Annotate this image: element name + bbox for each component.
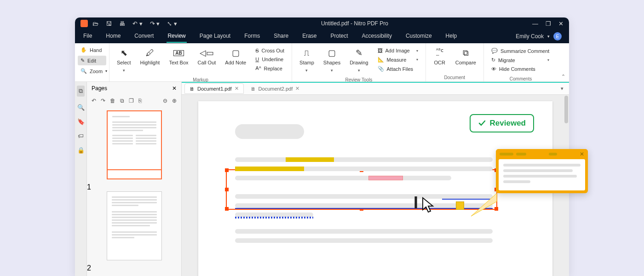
window-title: Untitled.pdf - Nitro PDF Pro [177,20,532,27]
pointer-icon[interactable]: ⤡ ▾ [167,20,177,27]
scrollbar-thumb[interactable] [564,96,568,123]
tool-hide-comments[interactable]: 👁Hide Comments [490,65,550,73]
tab-document1[interactable]: 🗎 Document1.pdf ✕ [184,83,244,94]
menu-protect[interactable]: Protect [330,30,349,43]
close-window-icon[interactable]: ✕ [558,20,564,27]
rail-pages-icon[interactable]: ⧉ [77,86,85,97]
menu-convert[interactable]: Convert [133,30,155,43]
pages-zoom-out-icon[interactable]: ⊖ [163,98,167,104]
tabs-menu-icon[interactable]: ▾ [561,86,566,92]
tool-text-box[interactable]: ABText Box [165,46,192,67]
resize-handle[interactable] [225,207,229,211]
pages-redo-icon[interactable]: ↷ [101,98,105,104]
strikeout-annotation[interactable] [368,176,403,180]
ribbon: ✋Hand ✎Edit 🔍Zoom▾ ⬉Select▾ 🖊Highlight A… [75,43,569,82]
ribbon-collapse[interactable]: ⌃ [558,43,569,81]
tool-call-out[interactable]: ◁▭Call Out [194,46,220,67]
pages-delete-icon[interactable]: 🗑 [110,98,115,104]
rail-search-icon[interactable]: 🔍 [77,104,85,111]
menu-help[interactable]: Help [445,30,458,43]
underline-annotation[interactable] [235,208,493,209]
tool-underline[interactable]: UUnderline [254,56,285,63]
menu-accessibility[interactable]: Accessibility [361,30,393,43]
replace-icon: Aᴬ [255,65,261,71]
close-icon[interactable]: ✕ [580,151,584,157]
tab-document2[interactable]: 🗎 Document2.pdf ✕ [246,83,305,94]
close-icon[interactable]: ✕ [295,86,299,92]
open-icon[interactable]: 🗁 [92,20,98,27]
menu-file[interactable]: File [82,30,93,43]
tool-stamp[interactable]: ⎍Stamp▾ [296,46,318,75]
rail-lock-icon[interactable]: 🔒 [77,147,85,154]
pages-paste-icon[interactable]: ⎘ [138,98,142,104]
pages-panel-close-icon[interactable]: ✕ [172,85,177,92]
pages-undo-icon[interactable]: ↶ [92,98,96,104]
menu-erase[interactable]: Erase [301,30,317,43]
user-menu[interactable]: Emily Cook ▾ E [516,32,562,40]
pages-panel-title: Pages [92,85,107,92]
page-thumbnail-2[interactable]: 2 [87,191,181,272]
resize-handle[interactable] [225,188,229,191]
ribbon-comments-group: 💬Summarize Comment ↻Migrate▾ 👁Hide Comme… [484,43,558,81]
pages-panel: Pages ✕ ↶ ↷ 🗑 ⧉ ❐ ⎘ ⊖ ⊕ [87,82,182,276]
save-icon[interactable]: 🖫 [106,20,112,27]
mode-edit[interactable]: ✎Edit [78,56,106,65]
avatar: E [553,32,562,40]
close-icon[interactable]: ✕ [235,86,239,92]
tool-replace[interactable]: AᴬReplace [254,64,285,72]
title-bar: 🗁 🖫 🖶 ↶ ▾ ↷ ▾ ⤡ ▾ Untitled.pdf - Nitro P… [75,17,569,29]
comment-callout[interactable]: ✕ [496,149,588,193]
tool-summarize-comment[interactable]: 💬Summarize Comment [490,47,550,55]
callout-title-bar [500,153,513,155]
sticky-note-annotation[interactable] [456,201,464,210]
tool-add-image[interactable]: 🖼Add Image▾ [377,47,419,54]
pages-zoom-in-icon[interactable]: ⊕ [172,98,177,104]
text-line [235,229,493,234]
underline-icon: U [255,57,259,62]
compare-icon: ⧉ [463,48,469,58]
tool-attach-files[interactable]: 📎Attach Files [377,65,419,73]
page-thumbnail-1[interactable]: 1 [87,110,181,191]
tool-ocr[interactable]: ᴬᴮᴄ┄OCR [430,46,450,67]
pencil-icon: ✎ [356,48,362,58]
tool-select[interactable]: ⬉Select▾ [113,46,135,75]
mode-zoom[interactable]: 🔍Zoom▾ [78,66,106,76]
menu-bar: File Home Convert Review Page Layout For… [75,29,569,43]
tool-drawing[interactable]: ✎Drawing▾ [346,46,372,75]
resize-handle[interactable] [225,168,229,172]
reviewed-stamp[interactable]: Reviewed [470,114,534,132]
maximize-icon[interactable]: ❐ [546,20,551,27]
text-line [235,194,493,199]
ribbon-document-group: ᴬᴮᴄ┄OCR ⧉Compare Document [426,43,484,81]
menu-page-layout[interactable]: Page Layout [199,30,231,43]
doc-icon: 🗎 [251,86,256,92]
tool-measure[interactable]: 📐Measure▾ [377,56,419,63]
callout-header[interactable]: ✕ [496,149,588,159]
tool-compare[interactable]: ⧉Compare [452,46,480,67]
pages-copy-icon[interactable]: ❐ [129,98,134,104]
highlight-annotation[interactable] [235,167,304,171]
highlight-annotation[interactable] [286,157,334,162]
left-rail: ⧉ 🔍 🔖 🏷 🔒 [75,82,87,276]
rail-tag-icon[interactable]: 🏷 [78,132,84,139]
ribbon-markup-group: ⬉Select▾ 🖊Highlight ABText Box ◁▭Call Ou… [109,43,292,81]
menu-customize[interactable]: Customize [405,30,433,43]
pages-duplicate-icon[interactable]: ⧉ [120,98,124,104]
tool-cross-out[interactable]: SCross Out [254,47,285,54]
chevron-down-icon: ▾ [547,34,550,39]
rail-bookmark-icon[interactable]: 🔖 [77,118,85,125]
menu-review[interactable]: Review [167,30,186,43]
undo-icon[interactable]: ↶ ▾ [132,20,143,27]
mode-hand[interactable]: ✋Hand [78,45,106,55]
menu-forms[interactable]: Forms [243,30,261,43]
tool-highlight[interactable]: 🖊Highlight [137,46,164,67]
minimize-icon[interactable]: — [532,20,538,27]
tool-migrate[interactable]: ↻Migrate▾ [490,56,550,64]
tool-add-note[interactable]: ▢Add Note [221,46,250,67]
menu-home[interactable]: Home [105,30,121,43]
redo-icon[interactable]: ↷ ▾ [150,20,160,27]
menu-share[interactable]: Share [273,30,289,43]
tool-shapes[interactable]: ▢Shapes▾ [320,46,344,75]
squiggle-annotation[interactable] [235,217,313,218]
print-icon[interactable]: 🖶 [119,20,125,27]
